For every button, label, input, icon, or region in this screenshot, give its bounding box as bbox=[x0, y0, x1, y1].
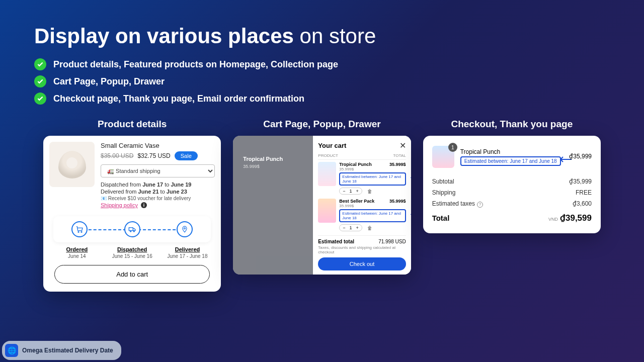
cart-icon bbox=[71, 221, 88, 237]
trash-icon[interactable]: 🗑 bbox=[367, 225, 372, 231]
shipping-policy-link[interactable]: Shipping policy bbox=[101, 202, 138, 208]
shipping-label: Shipping bbox=[432, 189, 456, 196]
cart-item: Best Seller Pack 35.999$ Estimated betwe… bbox=[318, 199, 406, 231]
arrow-icon: ← bbox=[409, 210, 411, 219]
quantity-stepper[interactable]: −1+ bbox=[339, 188, 362, 195]
voucher-note: Receive $10 voucher for late delivery bbox=[101, 196, 215, 201]
check-icon bbox=[34, 93, 46, 105]
info-icon[interactable]: i bbox=[141, 202, 147, 208]
qty-badge: 1 bbox=[448, 143, 457, 152]
product-image bbox=[49, 142, 95, 187]
svg-point-5 bbox=[184, 228, 186, 229]
svg-rect-2 bbox=[129, 228, 133, 231]
quantity-stepper[interactable]: −1+ bbox=[339, 224, 362, 231]
estimate-box: Estimated between: June 17 and June 18 bbox=[339, 172, 406, 186]
help-icon[interactable]: ? bbox=[477, 202, 483, 208]
app-name: Omega Estimated Delivery Date bbox=[22, 347, 113, 354]
svg-point-4 bbox=[133, 231, 134, 232]
app-badge[interactable]: 🌐 Omega Estimated Delivery Date bbox=[2, 341, 121, 360]
total-label: Total bbox=[432, 214, 450, 222]
dispatched-line: Dispatched from June 17 to June 19 bbox=[101, 182, 215, 188]
tl-delivered-date: June 17 - June 18 bbox=[160, 253, 215, 259]
trash-icon[interactable]: 🗑 bbox=[367, 189, 372, 194]
feature-text: Cart Page, Popup, Drawer bbox=[53, 76, 165, 87]
svg-point-3 bbox=[130, 231, 131, 232]
headline-light: on store bbox=[300, 24, 376, 48]
feature-text: Checkout page, Thank you page, Email ord… bbox=[53, 94, 304, 104]
truck-icon bbox=[124, 221, 140, 237]
features-list: Product details, Featured products on Ho… bbox=[34, 58, 610, 105]
close-icon[interactable]: ✕ bbox=[399, 141, 406, 150]
cart-item: Tropical Punch 35.999$ Estimated between… bbox=[318, 162, 406, 195]
tax-note: Taxes, discounts and shipping calculated… bbox=[318, 245, 406, 254]
svg-point-0 bbox=[78, 231, 79, 232]
cart-item-price: 35.999$ bbox=[389, 199, 406, 204]
tax-value: ₫3,600 bbox=[573, 200, 592, 208]
col-title-checkout: Checkout, Thank you page bbox=[423, 119, 601, 130]
currency-label: VND bbox=[548, 217, 558, 222]
tl-dispatched-label: Dispatched bbox=[105, 246, 160, 252]
product-name: Small Ceramic Vase bbox=[101, 142, 215, 149]
col-title-product: Product details bbox=[43, 119, 221, 130]
subtotal-value: ₫35,999 bbox=[569, 178, 592, 185]
feature-text: Product details, Featured products on Ho… bbox=[53, 59, 338, 70]
checkout-card: 1 Tropical Punch Estimated between: June… bbox=[423, 136, 601, 233]
cart-card: Tropical Punch 35.999$ Your cart ✕ PRODU… bbox=[233, 136, 411, 275]
checkout-item: 1 Tropical Punch Estimated between: June… bbox=[432, 146, 592, 168]
headline-bold: Display on various places bbox=[34, 24, 294, 48]
est-total-label: Estimated total bbox=[318, 239, 354, 244]
product-details-card: Small Ceramic Vase $35.00 USD $32.75 USD… bbox=[43, 136, 221, 292]
add-to-cart-button[interactable]: Add to cart bbox=[54, 265, 210, 284]
estimate-box: Estimated between: June 17 and June 18 bbox=[339, 209, 406, 222]
cart-drawer: Your cart ✕ PRODUCTTOTAL Tropical Punch … bbox=[313, 136, 411, 275]
checkout-item-price: ₫35,999 bbox=[569, 153, 592, 160]
checkout-button[interactable]: Check out bbox=[318, 257, 406, 270]
total-value: ₫39,599 bbox=[560, 213, 592, 223]
tl-delivered-label: Delivered bbox=[160, 246, 215, 252]
estimate-box: Estimated between: June 17 and June 18 bbox=[460, 156, 561, 166]
subtotal-label: Subtotal bbox=[432, 178, 454, 185]
arrow-icon: ← bbox=[409, 173, 411, 182]
tl-dispatched-date: June 15 - June 16 bbox=[105, 253, 160, 259]
headline: Display on various places on store bbox=[34, 24, 610, 48]
new-price: $32.75 USD bbox=[137, 152, 170, 159]
est-total-value: 71.998 USD bbox=[378, 239, 406, 244]
col-title-cart: Cart Page, Popup, Drawer bbox=[233, 119, 411, 130]
delivery-timeline bbox=[53, 216, 211, 242]
svg-point-1 bbox=[81, 231, 82, 232]
old-price: $35.00 USD bbox=[101, 152, 133, 159]
cart-item-image bbox=[318, 162, 336, 186]
shipping-value: FREE bbox=[576, 189, 592, 196]
check-icon bbox=[34, 75, 46, 87]
tax-label: Estimated taxes? bbox=[432, 200, 483, 208]
sale-badge: Sale bbox=[175, 151, 198, 160]
shipping-select[interactable]: 🚛 Standard shipping bbox=[101, 164, 215, 177]
checkout-item-image: 1 bbox=[432, 146, 454, 168]
cart-backdrop: Tropical Punch 35.999$ bbox=[233, 136, 313, 275]
cart-item-image bbox=[318, 199, 336, 223]
drawer-title: Your cart bbox=[318, 142, 346, 149]
cart-item-price: 35.999$ bbox=[389, 162, 406, 167]
location-icon bbox=[177, 221, 193, 237]
check-icon bbox=[34, 58, 46, 70]
tl-ordered-date: June 14 bbox=[49, 253, 105, 259]
globe-icon: 🌐 bbox=[5, 344, 18, 357]
delivered-line: Delivered from June 21 to June 23 bbox=[101, 189, 215, 195]
tl-ordered-label: Ordered bbox=[49, 246, 105, 252]
